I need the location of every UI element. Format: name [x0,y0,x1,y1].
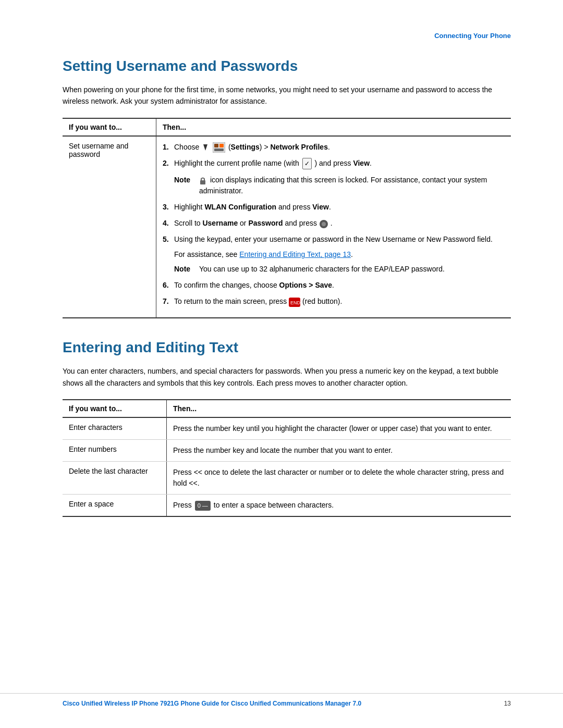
table2-row4: Enter a space Press 0 ― to enter a space… [63,495,511,516]
table1-cell-if: Set username andpassword [63,137,156,318]
step-4-num: 4. [163,218,174,229]
table2-row1: Enter characters Press the number key un… [63,418,511,440]
table1-row1: Set username andpassword 1. Choose [63,137,511,318]
step-3-content: Highlight WLAN Configuration and press V… [174,202,505,213]
note-2-label: Note [174,264,199,275]
step-6-content: To confirm the changes, choose Options >… [174,280,505,291]
select-button-icon [319,219,328,229]
table1-col2-header: Then... [156,119,511,135]
section1-title: Setting Username and Passwords [63,58,511,75]
period: . [351,250,353,258]
table2-col1-header: If you want to... [63,400,167,417]
settings-icon [213,142,225,153]
table1-header-row: If you want to... Then... [63,119,511,137]
zero-key-icon: 0 ― [195,501,211,511]
red-button-icon: END [289,298,300,307]
svg-rect-3 [219,144,224,147]
step-6: 6. To confirm the changes, choose Option… [163,280,505,291]
step-3-num: 3. [163,202,174,213]
table2-row3-then: Press << once to delete the last charact… [167,462,511,494]
menu-icon [202,143,209,152]
svg-rect-5 [200,180,205,184]
for-assistance-text: For assistance, see [174,250,239,258]
note-1: Note icon displays indicating that this … [174,175,505,196]
note-1-label: Note [174,175,199,186]
note-1-content: icon displays indicating that this scree… [199,175,505,196]
page-footer: Cisco Unified Wireless IP Phone 7921G Ph… [0,693,563,707]
svg-rect-2 [214,144,218,147]
table2-row3-if: Delete the last character [63,462,167,494]
step-2: 2. Highlight the current profile name (w… [163,158,505,169]
section1-intro: When powering on your phone for the firs… [63,84,511,107]
step-7-content: To return to the main screen, press END … [174,296,505,307]
footer-page: 13 [504,700,511,707]
section2-title: Entering and Editing Text [63,339,511,356]
lock-icon [199,177,206,185]
table2-row2-if: Enter numbers [63,440,167,461]
page: Connecting Your Phone Setting Username a… [0,0,563,728]
table2-row1-then: Press the number key until you highlight… [167,418,511,439]
step-5: 5. Using the keypad, enter your username… [163,234,505,245]
step-1: 1. Choose [163,142,505,153]
step-2-num: 2. [163,158,174,169]
note-2: Note You can use up to 32 alphanumeric c… [174,264,505,275]
step-5-content: Using the keypad, enter your username or… [174,234,505,245]
step-2-content: Highlight the current profile name (with… [174,158,505,169]
page-header: Connecting Your Phone [63,31,511,42]
step-4-content: Scroll to Username or Password and press… [174,218,505,229]
step-7: 7. To return to the main screen, press E… [163,296,505,307]
svg-marker-0 [203,144,207,151]
footer-text: Cisco Unified Wireless IP Phone 7921G Ph… [63,700,361,707]
entering-editing-link[interactable]: Entering and Editing Text, page 13 [239,250,351,258]
step-6-num: 6. [163,280,174,291]
step-1-num: 1. [163,142,174,153]
section1-table: If you want to... Then... Set username a… [63,118,511,319]
step-4: 4. Scroll to Username or Password and pr… [163,218,505,229]
checkmark-icon: ✓ [302,158,312,169]
table2-header-row: If you want to... Then... [63,400,511,418]
table2-row4-if: Enter a space [63,495,167,516]
step-3: 3. Highlight WLAN Configuration and pres… [163,202,505,213]
step-5-num: 5. [163,234,174,245]
section-entering-editing: Entering and Editing Text You can enter … [63,339,511,517]
svg-rect-4 [214,149,224,151]
section2-intro: You can enter characters, numbers, and s… [63,365,511,389]
table1-col1-header: If you want to... [63,119,156,135]
table1-cell-then: 1. Choose [156,137,511,318]
note-2-content: You can use up to 32 alphanumeric charac… [199,264,505,275]
table2-col2-header: Then... [167,400,511,417]
svg-point-7 [322,222,326,226]
table2-row2-then: Press the number key and locate the numb… [167,440,511,461]
table2-row3: Delete the last character Press << once … [63,462,511,495]
step-1-content: Choose (Settings) > Networ [174,142,505,153]
section-username-passwords: Setting Username and Passwords When powe… [63,58,511,318]
chapter-label: Connecting Your Phone [434,32,511,40]
table2-row4-then: Press 0 ― to enter a space between chara… [167,495,511,516]
assistance-link-container: For assistance, see Entering and Editing… [174,250,505,258]
svg-text:END: END [290,300,300,305]
table2-row2: Enter numbers Press the number key and l… [63,440,511,462]
table2-row1-if: Enter characters [63,418,167,439]
step-7-num: 7. [163,296,174,307]
section2-table: If you want to... Then... Enter characte… [63,399,511,517]
